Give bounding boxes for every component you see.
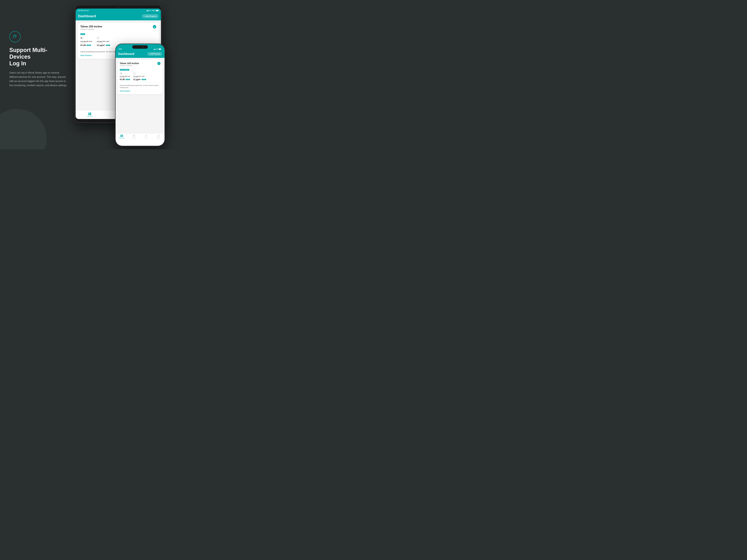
phone-check-icon <box>157 62 160 65</box>
svg-point-42 <box>158 136 159 136</box>
tablet-check-icon <box>153 25 156 28</box>
phone-db-value-row: 43 dB GOOD <box>120 78 130 81</box>
phone-status-icons <box>154 48 161 50</box>
svg-rect-26 <box>159 49 161 50</box>
phone-pm-value-row: 12 μg/m³ GOOD <box>133 78 146 81</box>
svg-rect-8 <box>158 10 159 11</box>
svg-point-0 <box>14 35 15 36</box>
phone-nav-settings-label: Settings <box>156 138 161 139</box>
phone-db-label: Average dB Level <box>120 76 130 77</box>
phone-pm-status: GOOD <box>141 79 146 80</box>
tablet-add-property-button[interactable]: + Add Property <box>142 14 158 18</box>
svg-rect-23 <box>155 49 155 50</box>
tablet-db-label: Average dB Level <box>80 41 92 42</box>
phone-sound-icon <box>120 72 130 75</box>
svg-rect-31 <box>122 136 123 137</box>
phone-view-property-link[interactable]: View Property → <box>120 90 160 92</box>
phone-nav-incidents[interactable]: Incidents <box>128 135 140 139</box>
phone-notch <box>132 45 148 49</box>
tablet-time: 9:41 Mon Jun 22 <box>78 10 89 11</box>
svg-rect-29 <box>122 135 123 136</box>
svg-rect-12 <box>90 114 91 115</box>
phone-app-header: Dashboard + Add Property <box>115 51 164 58</box>
phone-dashboard-title: Dashboard <box>118 52 134 56</box>
sound-wave-icon <box>80 36 83 39</box>
phone-monitoring-badge: MONITORING <box>120 69 129 71</box>
phone-card-divider <box>120 82 160 83</box>
tablet-db-sublabel: of all rooms <box>80 42 92 44</box>
tablet-pm-status: GOOD <box>106 45 110 46</box>
phone-property-sub: 3 Rooms, 3 Devices <box>120 65 139 66</box>
air-quality-icon <box>97 36 99 39</box>
tablet-property-name: Tahoe 155 Incline <box>80 25 102 28</box>
svg-point-37 <box>146 136 147 136</box>
svg-rect-10 <box>90 113 91 114</box>
phone-nav-settings[interactable]: Settings <box>152 135 165 139</box>
phone-add-property-button[interactable]: + Add Property <box>147 52 162 56</box>
tablet-card-header: Tahoe 155 Incline 3 Rooms, 3 Devices <box>80 25 156 30</box>
battery-icon <box>156 10 159 11</box>
tablet-monitoring-badge: NOW <box>80 33 85 35</box>
phone-camera-dot <box>143 46 144 48</box>
signal-icon <box>147 10 149 11</box>
phone-db-sublabel: of all rooms <box>120 77 130 78</box>
phone-nav-dashboard-label: Dashboard <box>119 137 125 139</box>
feature-icon-container <box>9 31 21 42</box>
phone-metrics-row: Average dB Level of all rooms 43 dB GOOD <box>120 72 160 81</box>
phone-sound-wave-icon <box>120 72 122 75</box>
tablet-battery: 100% <box>152 10 155 11</box>
phone-pm-sublabel: of all rooms <box>133 77 146 78</box>
tablet-pm-label: Average P.M. Level <box>97 41 110 42</box>
svg-rect-3 <box>147 10 147 11</box>
phone-wifi-icon <box>156 49 158 50</box>
svg-rect-27 <box>161 49 161 50</box>
svg-rect-2 <box>147 11 147 11</box>
phone-devices-nav-icon <box>145 135 147 137</box>
checkmark-icon <box>154 26 155 28</box>
tablet-pm-sublabel: of all rooms <box>97 42 110 44</box>
phone-dashboard-nav-icon <box>121 135 123 137</box>
phone-pm-metric: Average P.M. Level of all rooms 12 μg/m³… <box>133 72 146 81</box>
svg-rect-30 <box>121 136 122 137</box>
tablet-status-bar: 9:41 Mon Jun 22 <box>76 8 161 12</box>
phone-pm-icon <box>133 72 146 75</box>
tablet-nav-dashboard[interactable]: Dashboard <box>76 113 104 117</box>
left-content-section: Support Multi-Devices Log In Users can l… <box>9 31 69 87</box>
svg-rect-7 <box>156 10 158 11</box>
phone-nav-incidents-label: Incidents <box>131 138 136 139</box>
tablet-db-value-row: 43 dB GOOD <box>80 44 92 46</box>
phone-pm-value: 12 μg/m³ <box>133 78 141 81</box>
phone-battery-icon <box>159 48 161 50</box>
phone-property-info: Tahoe 155 Incline 3 Rooms, 3 Devices <box>120 62 139 68</box>
tablet-camera <box>118 7 119 8</box>
tablet-sound-icon <box>80 36 92 40</box>
svg-rect-21 <box>154 49 154 50</box>
tablet-app-header: Dashboard + Add Property <box>76 12 161 20</box>
phone-nav-devices[interactable]: Devices <box>140 135 152 139</box>
tablet-db-metric: Average dB Level of all rooms 43 dB GOOD <box>80 36 92 46</box>
dashboard-nav-icon <box>88 113 91 115</box>
tablet-dashboard-title: Dashboard <box>78 14 96 18</box>
phone-incident-text: Hooray! Everything looks good here. You … <box>120 84 160 89</box>
bg-decoration <box>0 109 47 149</box>
svg-rect-11 <box>88 114 90 115</box>
phone-bottom-nav: Dashboard Incidents <box>115 133 164 146</box>
svg-point-1 <box>15 35 16 36</box>
phone-db-status: GOOD <box>126 79 130 80</box>
svg-rect-5 <box>148 10 149 11</box>
svg-rect-4 <box>148 10 148 11</box>
main-heading: Support Multi-Devices Log In <box>9 47 69 67</box>
svg-rect-22 <box>154 49 154 50</box>
phone-nav-dashboard[interactable]: Dashboard <box>115 135 128 139</box>
tablet-pm-metric: Average P.M. Level of all rooms 12 μg/m³… <box>97 36 110 46</box>
tablet-db-status: GOOD <box>86 45 91 46</box>
phone-device: 9:41 <box>115 44 165 146</box>
phone-db-value: 43 dB <box>120 78 125 81</box>
svg-rect-33 <box>133 135 135 137</box>
phone-screen: 9:41 <box>115 44 164 146</box>
wifi-icon <box>149 10 151 11</box>
tablet-property-sub: 3 Rooms, 3 Devices <box>80 28 102 30</box>
phone-content-area: Tahoe 155 Incline 3 Rooms, 3 Devices MON… <box>115 58 164 96</box>
phone-air-quality-icon <box>133 72 136 75</box>
phone-property-card: Tahoe 155 Incline 3 Rooms, 3 Devices MON… <box>118 60 163 94</box>
